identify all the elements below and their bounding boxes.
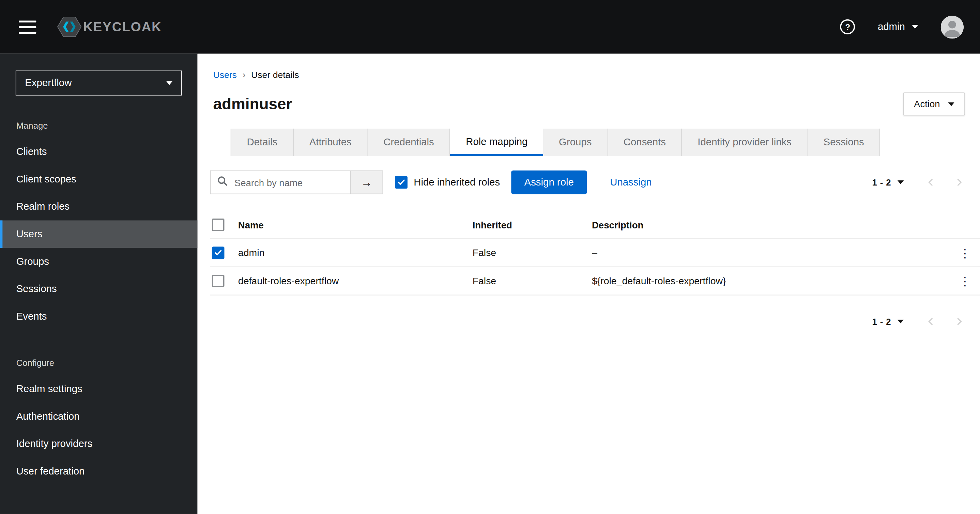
sidebar-item-events[interactable]: Events: [0, 303, 197, 330]
role-inherited: False: [473, 275, 592, 287]
check-icon: [398, 179, 405, 185]
tab-label: Credentials: [383, 137, 434, 148]
row-checkbox-cell: [210, 275, 238, 287]
role-mapping-toolbar: → Hide inherited roles Assign role Unass…: [197, 171, 980, 194]
sidebar-item-sessions[interactable]: Sessions: [0, 275, 197, 303]
chevron-down-icon: [948, 102, 954, 106]
pagination-range: 1 - 2: [872, 177, 891, 187]
column-header-name[interactable]: Name: [238, 220, 473, 230]
sidebar-item-client-scopes[interactable]: Client scopes: [0, 165, 197, 193]
row-checkbox[interactable]: [212, 247, 224, 259]
tab-consents[interactable]: Consents: [608, 128, 682, 156]
tab-label: Sessions: [824, 137, 864, 148]
sidebar-item-label: Authentication: [16, 411, 80, 422]
sidebar-item-label: Sessions: [16, 284, 57, 295]
search-box: [210, 171, 350, 194]
tab-identity-provider-links[interactable]: Identity provider links: [682, 128, 808, 156]
sidebar-item-label: Identity providers: [16, 438, 92, 450]
row-checkbox-cell: [210, 247, 238, 259]
chevron-right-icon: [955, 177, 963, 187]
sidebar-item-identity-providers[interactable]: Identity providers: [0, 430, 197, 458]
unassign-link[interactable]: Unassign: [610, 177, 652, 188]
tab-sessions[interactable]: Sessions: [808, 128, 880, 156]
hide-inherited-checkbox[interactable]: [395, 176, 407, 189]
sidebar-item-groups[interactable]: Groups: [0, 248, 197, 275]
search-icon: [217, 176, 227, 189]
tab-credentials[interactable]: Credentials: [368, 128, 450, 156]
action-dropdown-button[interactable]: Action: [903, 92, 965, 116]
tab-attributes[interactable]: Attributes: [294, 128, 368, 156]
kebab-menu-button[interactable]: ⋮: [959, 247, 971, 259]
tab-details[interactable]: Details: [231, 128, 294, 156]
top-bar: KEYCLOAK ? admin: [0, 0, 980, 54]
check-icon: [214, 250, 222, 256]
pagination-range: 1 - 2: [872, 317, 891, 327]
sidebar-item-users[interactable]: Users: [0, 220, 197, 248]
search-submit-button[interactable]: →: [350, 171, 383, 194]
tab-groups[interactable]: Groups: [543, 128, 608, 156]
next-page-button[interactable]: [945, 171, 972, 194]
hide-inherited-label: Hide inherited roles: [414, 177, 500, 188]
sidebar-item-label: Users: [16, 228, 43, 240]
page-title: adminuser: [213, 95, 292, 113]
action-button-label: Action: [914, 99, 940, 109]
chevron-down-icon: [166, 81, 172, 85]
chevron-down-icon: [912, 25, 918, 29]
role-mapping-table: Name Inherited Description admin Fa: [210, 211, 980, 295]
nav-section-manage-label: Manage: [16, 121, 197, 130]
pagination-bottom: 1 - 2: [872, 311, 972, 333]
avatar[interactable]: [940, 15, 964, 38]
sidebar-item-realm-roles[interactable]: Realm roles: [0, 193, 197, 221]
user-avatar-icon: [940, 15, 964, 38]
help-button[interactable]: ?: [840, 19, 855, 34]
nav-section-configure-label: Configure: [16, 358, 197, 368]
sidebar-item-label: Groups: [16, 256, 49, 267]
sidebar-item-label: User federation: [16, 466, 85, 477]
header-checkbox-cell: [210, 219, 238, 231]
tab-label: Consents: [624, 137, 666, 148]
next-page-button[interactable]: [945, 311, 972, 333]
hamburger-menu-button[interactable]: [16, 18, 39, 36]
chevron-right-icon: [955, 317, 963, 327]
sidebar-item-label: Realm settings: [16, 383, 83, 395]
search-input[interactable]: [210, 171, 350, 194]
kebab-icon: ⋮: [959, 246, 971, 260]
row-checkbox[interactable]: [212, 275, 224, 287]
sidebar-item-authentication[interactable]: Authentication: [0, 403, 197, 430]
keycloak-logo-icon: [56, 14, 83, 40]
kebab-menu-button[interactable]: ⋮: [959, 275, 971, 287]
bottom-pagination-row: 1 - 2: [197, 311, 980, 333]
tab-bar: Details Attributes Credentials Role mapp…: [231, 128, 965, 156]
column-header-inherited[interactable]: Inherited: [473, 220, 592, 230]
tab-label: Details: [247, 137, 278, 148]
role-name: default-roles-expertflow: [238, 275, 473, 287]
realm-selector[interactable]: Expertflow: [16, 70, 182, 95]
pagination-range-toggle[interactable]: 1 - 2: [872, 317, 904, 327]
chevron-down-icon: [897, 320, 904, 324]
breadcrumb-users-link[interactable]: Users: [213, 70, 237, 80]
sidebar-item-realm-settings[interactable]: Realm settings: [0, 375, 197, 403]
sidebar-item-clients[interactable]: Clients: [0, 138, 197, 165]
column-header-description[interactable]: Description: [592, 220, 950, 230]
tab-role-mapping[interactable]: Role mapping: [450, 128, 543, 156]
chevron-left-icon: [927, 177, 936, 187]
arrow-right-icon: →: [361, 176, 372, 189]
keycloak-wordmark: KEYCLOAK: [83, 19, 162, 34]
chevron-down-icon: [897, 181, 904, 184]
user-menu-button[interactable]: admin: [878, 21, 918, 32]
main-content: Users › User details adminuser Action De…: [197, 54, 980, 514]
tab-label: Groups: [559, 137, 592, 148]
previous-page-button[interactable]: [918, 171, 945, 194]
table-header-row: Name Inherited Description: [210, 211, 980, 239]
hamburger-icon: [19, 21, 36, 22]
assign-role-button[interactable]: Assign role: [511, 171, 587, 194]
tab-label: Role mapping: [466, 136, 528, 147]
select-all-checkbox[interactable]: [212, 219, 224, 231]
pagination-range-toggle[interactable]: 1 - 2: [872, 177, 904, 187]
tab-label: Attributes: [309, 137, 352, 148]
previous-page-button[interactable]: [918, 311, 945, 333]
sidebar-item-user-federation[interactable]: User federation: [0, 457, 197, 485]
keycloak-admin-console: KEYCLOAK ? admin Expertflow: [0, 0, 980, 514]
sidebar-item-label: Realm roles: [16, 201, 70, 213]
kebab-icon: ⋮: [959, 274, 971, 288]
